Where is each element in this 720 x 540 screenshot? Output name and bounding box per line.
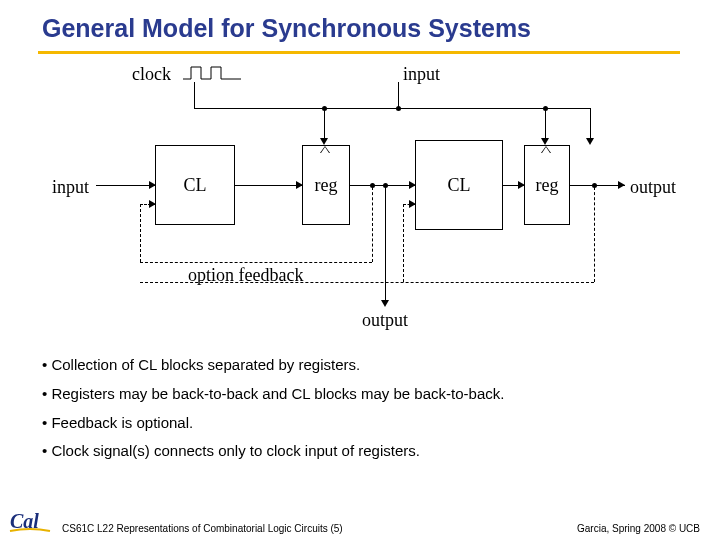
title-underline [38,51,680,54]
output-right-label: output [630,177,676,198]
bullet-3: • Feedback is optional. [42,414,678,433]
output-mid-label: output [362,310,408,331]
input-top-label: input [403,64,440,85]
junction-dot [396,106,401,111]
block-diagram: clock input CL reg CL reg input output [40,60,680,350]
bullet-4: • Clock signal(s) connects only to clock… [42,442,678,461]
bullet-list: • Collection of CL blocks separated by r… [42,356,678,461]
feedback-label: option feedback [188,265,303,286]
cl-block-2: CL [415,140,503,230]
reg-block-1: reg [302,145,350,225]
page-title: General Model for Synchronous Systems [0,0,720,51]
clock-waveform-icon [182,64,244,82]
bullet-2: • Registers may be back-to-back and CL b… [42,385,678,404]
clock-label: clock [132,64,171,85]
bullet-1: • Collection of CL blocks separated by r… [42,356,678,375]
footer: CS61C L22 Representations of Combinatori… [0,523,720,534]
input-left-label: input [52,177,89,198]
footer-right: Garcia, Spring 2008 © UCB [577,523,700,534]
cl-block-1: CL [155,145,235,225]
reg-block-2: reg [524,145,570,225]
footer-left: CS61C L22 Representations of Combinatori… [62,523,343,534]
